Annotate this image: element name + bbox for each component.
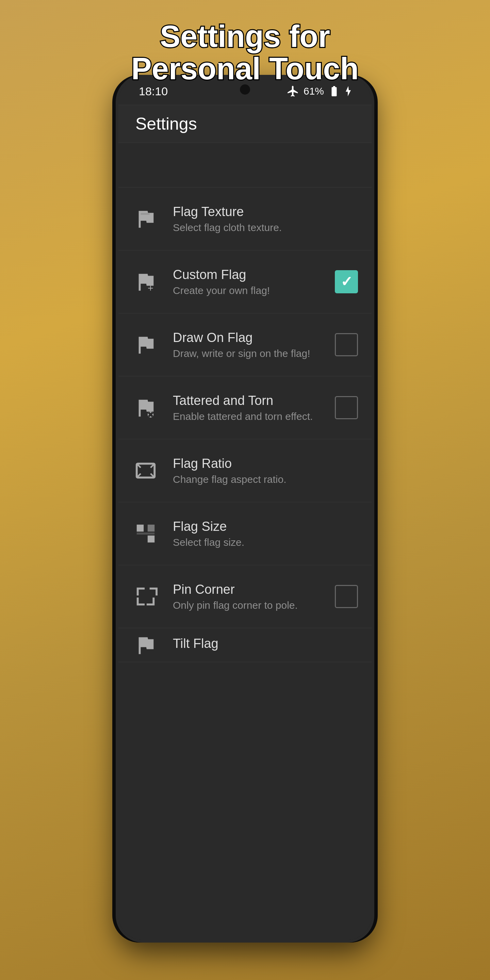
flag-size-subtitle: Select flag size.	[173, 537, 358, 548]
settings-item-custom-flag[interactable]: + Custom Flag Create your own flag!	[118, 250, 372, 313]
flag-ratio-text: Flag Ratio Change flag aspect ratio.	[173, 456, 358, 485]
pin-corner-text: Pin Corner Only pin flag corner to pole.	[173, 582, 335, 611]
settings-list: Flag Texture Select flag cloth texture. …	[118, 188, 372, 940]
pin-corner-checkbox[interactable]	[335, 585, 358, 608]
tilt-flag-text: Tilt Flag	[173, 636, 358, 654]
flag-size-icon	[132, 520, 159, 547]
svg-text:+: +	[148, 283, 153, 294]
custom-flag-checkbox[interactable]	[335, 270, 358, 293]
draw-flag-subtitle: Draw, write or sign on the flag!	[173, 348, 335, 360]
app-bar: Settings	[118, 105, 372, 143]
flag-texture-icon	[132, 205, 159, 232]
custom-flag-text: Custom Flag Create your own flag!	[173, 267, 335, 296]
app-bar-title: Settings	[135, 114, 197, 134]
pin-corner-subtitle: Only pin flag corner to pole.	[173, 600, 335, 611]
tattered-subtitle: Enable tattered and torn effect.	[173, 411, 335, 422]
settings-item-pin-corner[interactable]: Pin Corner Only pin flag corner to pole.	[118, 565, 372, 628]
flag-ratio-icon	[132, 457, 159, 484]
custom-flag-icon: +	[132, 268, 159, 295]
settings-item-flag-ratio[interactable]: Flag Ratio Change flag aspect ratio.	[118, 439, 372, 502]
tattered-checkbox[interactable]	[335, 396, 358, 419]
flag-ratio-title: Flag Ratio	[173, 456, 358, 471]
airplane-icon	[286, 85, 299, 98]
settings-item-tattered[interactable]: Tattered and Torn Enable tattered and to…	[118, 376, 372, 439]
draw-flag-icon	[132, 331, 159, 358]
custom-flag-title: Custom Flag	[173, 267, 335, 282]
tilt-flag-title: Tilt Flag	[173, 636, 358, 651]
battery-icon	[328, 85, 340, 97]
tattered-icon	[132, 394, 159, 421]
settings-item-tilt-flag[interactable]: Tilt Flag	[118, 628, 372, 662]
flag-texture-subtitle: Select flag cloth texture.	[173, 222, 358, 234]
camera-notch	[240, 84, 250, 95]
flag-ratio-subtitle: Change flag aspect ratio.	[173, 474, 358, 485]
flag-texture-title: Flag Texture	[173, 205, 358, 219]
pin-corner-icon	[132, 583, 159, 610]
status-icons: 61%	[286, 85, 351, 98]
settings-item-flag-texture[interactable]: Flag Texture Select flag cloth texture.	[118, 188, 372, 250]
flag-size-title: Flag Size	[173, 519, 358, 534]
battery-percentage: 61%	[304, 86, 324, 97]
status-time: 18:10	[139, 85, 168, 98]
empty-section	[118, 143, 372, 187]
draw-flag-checkbox[interactable]	[335, 333, 358, 356]
flag-texture-text: Flag Texture Select flag cloth texture.	[173, 205, 358, 234]
charging-icon	[344, 85, 351, 97]
pin-corner-title: Pin Corner	[173, 582, 335, 597]
draw-flag-text: Draw On Flag Draw, write or sign on the …	[173, 331, 335, 360]
settings-item-draw-on-flag[interactable]: Draw On Flag Draw, write or sign on the …	[118, 313, 372, 376]
tattered-title: Tattered and Torn	[173, 393, 335, 408]
settings-item-flag-size[interactable]: Flag Size Select flag size.	[118, 502, 372, 565]
tilt-flag-icon	[132, 632, 159, 659]
flag-size-text: Flag Size Select flag size.	[173, 519, 358, 548]
custom-flag-subtitle: Create your own flag!	[173, 285, 335, 296]
tattered-text: Tattered and Torn Enable tattered and to…	[173, 393, 335, 422]
draw-flag-title: Draw On Flag	[173, 331, 335, 345]
page-bg-title: Settings for Personal Touch	[109, 21, 381, 85]
phone-frame: 18:10 61% Settings	[116, 75, 374, 943]
